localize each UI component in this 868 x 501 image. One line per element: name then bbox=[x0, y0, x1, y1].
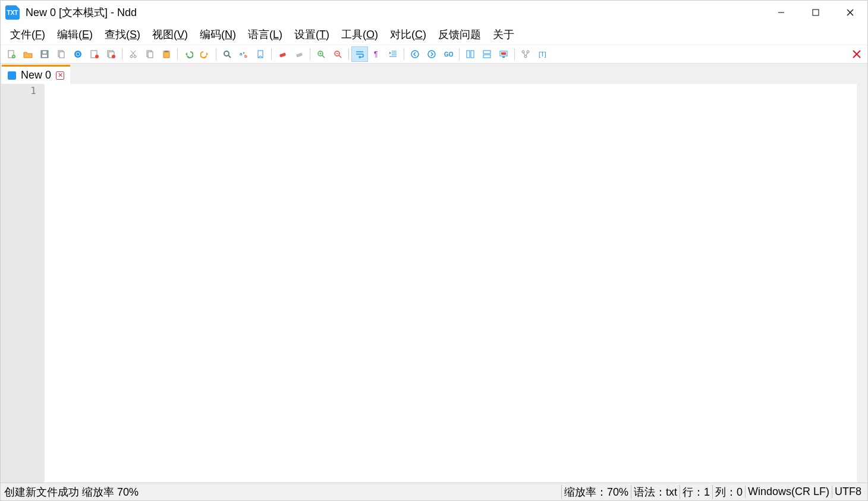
replace-button[interactable]: ab bbox=[235, 46, 252, 62]
minimize-button[interactable] bbox=[764, 1, 798, 24]
nav-forward-button[interactable] bbox=[423, 46, 440, 62]
minimize-icon bbox=[776, 8, 786, 17]
bookmark-button[interactable] bbox=[252, 46, 269, 62]
split-vert-button[interactable] bbox=[462, 46, 479, 62]
status-encoding[interactable]: UTF8 bbox=[832, 486, 864, 498]
eraser-red-button[interactable] bbox=[274, 46, 291, 62]
save-all-button[interactable] bbox=[103, 46, 119, 62]
svg-text:[T]: [T] bbox=[539, 51, 546, 58]
editor-area: 1 bbox=[1, 84, 867, 483]
toolbar-separator bbox=[514, 48, 515, 60]
copy2-button[interactable] bbox=[141, 46, 158, 62]
menu-view[interactable]: 视图(V) bbox=[146, 25, 194, 44]
indent-button[interactable] bbox=[385, 46, 401, 62]
goto-button[interactable]: GO bbox=[440, 46, 457, 62]
svg-point-48 bbox=[411, 51, 419, 58]
toolbar-separator bbox=[271, 48, 272, 60]
toolbar-separator bbox=[348, 48, 349, 60]
menu-about[interactable]: 关于 bbox=[487, 25, 520, 44]
menu-edit[interactable]: 编辑(E) bbox=[51, 25, 99, 44]
split-vert-icon bbox=[466, 49, 475, 59]
menu-language[interactable]: 语言(L) bbox=[242, 25, 288, 44]
svg-line-21 bbox=[131, 51, 136, 55]
svg-point-13 bbox=[74, 51, 81, 58]
app-window: TXT New 0 [文本模式] - Ndd 文件(F) 编辑(E) 查找(S)… bbox=[0, 0, 868, 501]
menu-settings[interactable]: 设置(T) bbox=[288, 25, 335, 44]
svg-rect-57 bbox=[501, 52, 506, 55]
svg-text:a: a bbox=[240, 51, 243, 57]
copy2-icon bbox=[145, 49, 155, 59]
toolbar-separator bbox=[216, 48, 216, 60]
rename-icon: [T] bbox=[537, 49, 547, 59]
svg-rect-52 bbox=[471, 51, 474, 58]
nav-back-button[interactable] bbox=[407, 46, 423, 62]
svg-rect-51 bbox=[467, 51, 470, 58]
menu-find[interactable]: 查找(S) bbox=[99, 25, 146, 44]
save-icon bbox=[40, 49, 49, 59]
menu-compare[interactable]: 对比(C) bbox=[384, 25, 432, 44]
svg-point-15 bbox=[95, 55, 99, 58]
status-syntax[interactable]: 语法：txt bbox=[631, 485, 680, 499]
redo-icon bbox=[200, 49, 210, 59]
svg-rect-32 bbox=[279, 52, 286, 57]
svg-rect-12 bbox=[59, 52, 64, 58]
svg-point-18 bbox=[112, 55, 115, 58]
copy-button[interactable] bbox=[53, 46, 70, 62]
svg-point-20 bbox=[134, 55, 136, 58]
menubar: 文件(F) 编辑(E) 查找(S) 视图(V) 编码(N) 语言(L) 设置(T… bbox=[1, 24, 867, 45]
word-wrap-button[interactable] bbox=[351, 46, 368, 62]
rename-button[interactable]: [T] bbox=[534, 46, 551, 62]
zoom-in-button[interactable] bbox=[313, 46, 329, 62]
editor-content[interactable] bbox=[45, 84, 867, 483]
svg-line-28 bbox=[228, 55, 231, 58]
toolbar-separator bbox=[404, 48, 404, 60]
menu-file[interactable]: 文件(F) bbox=[4, 25, 51, 44]
vertical-scrollbar[interactable] bbox=[857, 84, 867, 483]
status-zoom[interactable]: 缩放率：70% bbox=[561, 485, 631, 499]
split-horiz-button[interactable] bbox=[479, 46, 495, 62]
save-button[interactable] bbox=[36, 46, 53, 62]
toolbar-separator bbox=[177, 48, 178, 60]
tab-new0[interactable]: New 0 ✕ bbox=[2, 65, 70, 84]
new-file-icon bbox=[7, 49, 16, 59]
menu-tools[interactable]: 工具(O) bbox=[335, 25, 384, 44]
eraser-red-icon bbox=[278, 49, 287, 59]
menu-feedback[interactable]: 反馈问题 bbox=[432, 25, 487, 44]
window-controls bbox=[764, 1, 867, 24]
redo-button[interactable] bbox=[197, 46, 213, 62]
zoom-out-button[interactable] bbox=[329, 46, 346, 62]
cut-button[interactable] bbox=[125, 46, 141, 62]
close-all-icon bbox=[852, 49, 861, 59]
tab-close-button[interactable]: ✕ bbox=[56, 71, 64, 80]
new-file-button[interactable] bbox=[3, 46, 20, 62]
bookmark-icon bbox=[256, 49, 265, 59]
sync-button[interactable] bbox=[70, 46, 86, 62]
menu-encoding[interactable]: 编码(N) bbox=[194, 25, 242, 44]
open-file-icon bbox=[23, 49, 33, 59]
undo-button[interactable] bbox=[180, 46, 197, 62]
find-button[interactable] bbox=[219, 46, 235, 62]
save-as-button[interactable] bbox=[86, 46, 103, 62]
eraser-gray-button[interactable] bbox=[291, 46, 307, 62]
svg-point-49 bbox=[428, 51, 435, 58]
show-symbols-button[interactable]: ¶ bbox=[368, 46, 385, 62]
save-as-icon bbox=[90, 49, 99, 59]
undo-icon bbox=[184, 49, 193, 59]
close-window-button[interactable] bbox=[833, 1, 867, 24]
window-title: New 0 [文本模式] - Ndd bbox=[26, 5, 137, 20]
paste-icon bbox=[162, 49, 171, 59]
replace-icon: ab bbox=[239, 49, 249, 59]
close-icon bbox=[845, 8, 855, 17]
indent-icon bbox=[388, 49, 398, 59]
app-icon: TXT bbox=[5, 5, 20, 20]
paste-button[interactable] bbox=[158, 46, 175, 62]
svg-point-60 bbox=[524, 55, 527, 58]
tree-button[interactable] bbox=[517, 46, 534, 62]
close-all-button[interactable] bbox=[848, 46, 865, 62]
status-eol[interactable]: Windows(CR LF) bbox=[745, 486, 832, 498]
open-file-button[interactable] bbox=[20, 46, 36, 62]
svg-rect-1 bbox=[813, 10, 819, 15]
monitor-button[interactable] bbox=[495, 46, 512, 62]
nav-back-icon bbox=[410, 49, 420, 59]
maximize-button[interactable] bbox=[798, 1, 833, 24]
